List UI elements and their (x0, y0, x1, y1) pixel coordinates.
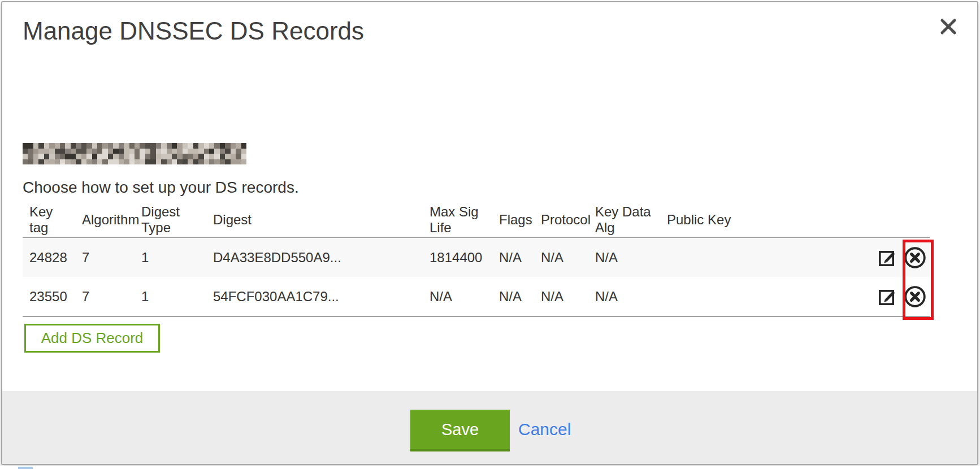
cell-digest-type: 1 (135, 277, 206, 316)
cell-algorithm: 7 (75, 277, 135, 316)
cell-key-data-alg: N/A (588, 277, 660, 316)
table-row: 23550 7 1 54FCF030AA1C79... N/A N/A N/A … (23, 277, 930, 316)
col-header-flags: Flags (492, 202, 534, 237)
cell-max-sig-life: N/A (423, 277, 492, 316)
table-header-row: Key tag Algorithm Digest Type Digest Max… (23, 202, 930, 237)
edit-icon (877, 261, 897, 270)
table-row: 24828 7 1 D4A33E8DD550A9... 1814400 N/A … (23, 237, 930, 277)
col-header-max-sig-life: Max Sig Life (423, 202, 492, 237)
cell-public-key (660, 237, 852, 277)
col-header-digest: Digest (206, 202, 423, 237)
edit-record-button[interactable] (877, 247, 897, 268)
cell-key-tag: 24828 (23, 237, 75, 277)
page-behind-accent (18, 467, 33, 469)
delete-icon (903, 302, 927, 310)
cell-key-tag: 23550 (23, 277, 75, 316)
cell-public-key (660, 277, 852, 316)
cell-key-data-alg: N/A (588, 237, 660, 277)
domain-name-redacted (23, 143, 246, 164)
manage-dnssec-modal: Manage DNSSEC DS Records Choose how to s… (1, 1, 978, 465)
cancel-link[interactable]: Cancel (518, 410, 571, 449)
ds-records-table: Key tag Algorithm Digest Type Digest Max… (23, 202, 930, 317)
col-header-algorithm: Algorithm (75, 202, 135, 237)
cell-flags: N/A (492, 237, 534, 277)
modal-title: Manage DNSSEC DS Records (23, 17, 364, 45)
delete-icon (903, 263, 927, 271)
cell-actions (852, 237, 930, 277)
col-header-key-tag: Key tag (23, 202, 75, 237)
cell-digest: 54FCF030AA1C79... (206, 277, 423, 316)
cell-protocol: N/A (534, 237, 588, 277)
page-behind-strip (0, 466, 980, 469)
cell-flags: N/A (492, 277, 534, 316)
delete-record-button[interactable] (903, 285, 927, 309)
cell-actions (852, 277, 930, 316)
col-header-key-data-alg: Key Data Alg (588, 202, 660, 237)
cell-algorithm: 7 (75, 237, 135, 277)
col-header-actions (852, 202, 930, 237)
col-header-digest-type: Digest Type (135, 202, 206, 237)
close-icon (940, 18, 957, 37)
col-header-public-key: Public Key (660, 202, 852, 237)
cell-digest: D4A33E8DD550A9... (206, 237, 423, 277)
intro-text: Choose how to set up your DS records. (23, 179, 299, 197)
edit-record-button[interactable] (877, 286, 897, 307)
modal-footer: Save Cancel (2, 391, 977, 464)
close-button[interactable] (936, 15, 961, 40)
col-header-protocol: Protocol (534, 202, 588, 237)
cell-digest-type: 1 (135, 237, 206, 277)
cell-max-sig-life: 1814400 (423, 237, 492, 277)
cell-protocol: N/A (534, 277, 588, 316)
save-button[interactable]: Save (410, 410, 510, 451)
add-ds-record-button[interactable]: Add DS Record (24, 324, 160, 353)
delete-record-button[interactable] (903, 246, 927, 270)
edit-icon (877, 300, 897, 309)
